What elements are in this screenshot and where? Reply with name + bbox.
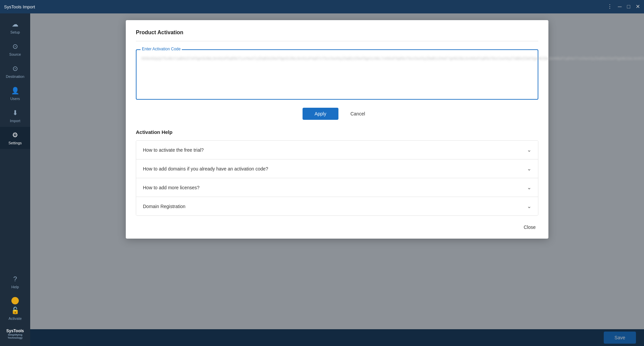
sidebar-item-import[interactable]: ⬇ Import: [0, 105, 30, 127]
sidebar-item-settings[interactable]: ⚙ Settings: [0, 127, 30, 149]
accordion-item-more-licenses[interactable]: How to add more licenses? ⌄: [136, 178, 538, 197]
accordion-header[interactable]: How to add domains if you already have a…: [136, 159, 538, 178]
close-button[interactable]: Close: [521, 223, 538, 232]
dialog-actions: Apply Cancel: [136, 108, 538, 120]
sidebar-item-label: Settings: [8, 141, 22, 145]
sidebar-item-help[interactable]: ? Help: [0, 271, 30, 293]
accordion-label: How to activate the free trial?: [143, 147, 204, 153]
destination-icon: ⊙: [12, 64, 18, 72]
accordion-header[interactable]: How to add more licenses? ⌄: [136, 178, 538, 197]
sidebar-item-activate[interactable]: 🔓 Activate: [0, 293, 30, 325]
minimize-button[interactable]: ─: [618, 4, 622, 9]
dialog-title: Product Activation: [136, 30, 538, 41]
activation-field-label: Enter Activation Code: [141, 47, 182, 51]
chevron-down-icon: ⌄: [527, 184, 531, 191]
activate-icon: 🔓: [11, 306, 19, 314]
sidebar-item-destination[interactable]: ⊙ Destination: [0, 60, 30, 83]
dialog-footer: Close: [136, 216, 538, 232]
logo-sub: Simplifying Technology: [3, 333, 28, 339]
main-content: Product Activation Enter Activation Code…: [30, 13, 644, 346]
sidebar-logo: SysTools Simplifying Technology: [0, 325, 30, 343]
help-icon: ?: [13, 275, 17, 283]
app-layout: ☁ Setup ⊙ Source ⊙ Destination 👤 Users ⬇…: [0, 13, 644, 346]
sidebar-item-label: Import: [10, 119, 20, 123]
accordion: How to activate the free trial? ⌄ How to…: [136, 140, 538, 216]
sidebar-item-users[interactable]: 👤 Users: [0, 83, 30, 105]
accordion-label: How to add more licenses?: [143, 185, 200, 190]
source-icon: ⊙: [12, 42, 18, 50]
sidebar-item-label: Activate: [8, 316, 21, 320]
accordion-item-free-trial[interactable]: How to activate the free trial? ⌄: [136, 141, 538, 159]
sidebar-item-source[interactable]: ⊙ Source: [0, 38, 30, 60]
sidebar: ☁ Setup ⊙ Source ⊙ Destination 👤 Users ⬇…: [0, 13, 30, 346]
apply-button[interactable]: Apply: [303, 108, 338, 120]
help-title: Activation Help: [136, 129, 538, 135]
app-title: SysTools Import: [4, 4, 607, 9]
activate-badge: [11, 297, 19, 304]
sidebar-item-label: Users: [10, 97, 20, 101]
activation-help-section: Activation Help How to activate the free…: [136, 129, 538, 216]
maximize-button[interactable]: □: [627, 4, 630, 9]
accordion-header[interactable]: Domain Registration ⌄: [136, 197, 538, 215]
title-bar: SysTools Import ⋮ ─ □ ✕: [0, 0, 644, 13]
chevron-down-icon: ⌄: [527, 203, 531, 209]
more-button[interactable]: ⋮: [607, 4, 612, 9]
sidebar-item-setup[interactable]: ☁ Setup: [0, 16, 30, 38]
sidebar-item-label: Source: [9, 52, 21, 56]
logo-text: SysTools: [3, 329, 28, 333]
chevron-down-icon: ⌄: [527, 147, 531, 153]
chevron-down-icon: ⌄: [527, 165, 531, 172]
close-button[interactable]: ✕: [636, 4, 640, 9]
accordion-label: Domain Registration: [143, 204, 185, 209]
sidebar-item-label: Destination: [6, 75, 24, 79]
settings-icon: ⚙: [12, 131, 18, 139]
accordion-item-add-domains[interactable]: How to add domains if you already have a…: [136, 159, 538, 178]
activation-code-wrapper: Enter Activation Code XK8mN2pQrT5vWzY1aB…: [136, 49, 538, 100]
cancel-button[interactable]: Cancel: [344, 108, 372, 120]
product-activation-dialog: Product Activation Enter Activation Code…: [126, 20, 548, 239]
sidebar-item-label: Help: [11, 285, 19, 289]
sidebar-item-label: Setup: [10, 30, 20, 34]
import-icon: ⬇: [12, 109, 18, 117]
window-controls: ⋮ ─ □ ✕: [607, 4, 640, 9]
accordion-item-domain-reg[interactable]: Domain Registration ⌄: [136, 197, 538, 215]
sidebar-bottom: ? Help 🔓 Activate SysTools Simplifying T…: [0, 271, 30, 346]
accordion-label: How to add domains if you already have a…: [143, 166, 268, 171]
activation-code-text[interactable]: XK8mN2pQrT5vWzY1aB4cD7eF0gH3iJ6kL9mN2oP5…: [141, 55, 533, 96]
users-icon: 👤: [11, 87, 19, 95]
accordion-header[interactable]: How to activate the free trial? ⌄: [136, 141, 538, 159]
cloud-icon: ☁: [12, 20, 18, 28]
